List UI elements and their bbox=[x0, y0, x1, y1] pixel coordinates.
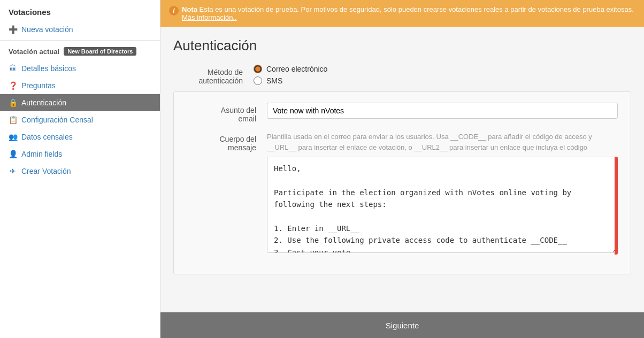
table-icon: 📋 bbox=[9, 116, 17, 124]
page-title: Autenticación bbox=[173, 37, 631, 54]
sidebar-item-datos[interactable]: 👥 Datos censales bbox=[0, 128, 160, 145]
sidebar: Votaciones ➕ Nueva votación Votación act… bbox=[0, 0, 160, 338]
alert-text: Nota Esta es una votación de prueba. Por… bbox=[182, 5, 635, 21]
siguiente-button[interactable]: Siguiente bbox=[160, 314, 644, 336]
alert-banner: i Nota Esta es una votación de prueba. P… bbox=[160, 0, 644, 27]
new-vote-label: Nueva votación bbox=[21, 25, 73, 34]
message-body-row: Cuerpo del mensaje Plantilla usada en el… bbox=[187, 132, 618, 255]
info-icon: i bbox=[169, 6, 179, 16]
email-option-label: Correo electrónico bbox=[266, 65, 327, 73]
sidebar-item-configuracion[interactable]: 📋 Configuración Censal bbox=[0, 111, 160, 128]
email-radio-option[interactable]: Correo electrónico bbox=[254, 65, 631, 73]
sms-option-label: SMS bbox=[266, 76, 282, 85]
message-body-control: Plantilla usada en el correo para enviar… bbox=[267, 132, 618, 255]
sidebar-item-preguntas[interactable]: ❓ Preguntas bbox=[0, 77, 160, 94]
alert-message: Esta es una votación de prueba. Por moti… bbox=[200, 5, 634, 13]
current-vote-badge: New Board of Directors bbox=[64, 47, 136, 56]
alert-bold: Nota bbox=[182, 5, 197, 13]
sidebar-item-detalles[interactable]: 🏛 Detalles básicos bbox=[0, 60, 160, 77]
rocket-icon: ✈ bbox=[9, 167, 17, 175]
auth-radio-group: Correo electrónico SMS bbox=[254, 65, 631, 85]
sms-radio-option[interactable]: SMS bbox=[254, 76, 631, 85]
user-icon: 👤 bbox=[9, 150, 17, 158]
current-vote-label: Votación actual bbox=[9, 48, 59, 56]
current-vote-row: Votación actual New Board of Directors bbox=[0, 43, 160, 60]
sms-radio[interactable] bbox=[254, 76, 262, 85]
email-radio[interactable] bbox=[254, 65, 262, 73]
lock-icon: 🔒 bbox=[9, 98, 17, 107]
email-subject-row: Asunto del email bbox=[187, 103, 618, 123]
message-body-label: Cuerpo del mensaje bbox=[187, 132, 267, 152]
sidebar-item-crear[interactable]: ✈ Crear Votación bbox=[0, 163, 160, 180]
page-body: Autenticación Método de autenticación Co… bbox=[160, 27, 644, 312]
question-icon: ❓ bbox=[9, 81, 17, 90]
auth-method-row: Método de autenticación Correo electróni… bbox=[173, 65, 631, 85]
email-body-textarea[interactable] bbox=[267, 157, 618, 253]
sidebar-item-new-vote[interactable]: ➕ Nueva votación bbox=[0, 21, 160, 38]
auth-method-control: Correo electrónico SMS bbox=[254, 65, 631, 85]
main-content-area: i Nota Esta es una votación de prueba. P… bbox=[160, 0, 644, 338]
divider bbox=[0, 40, 160, 41]
email-subject-input[interactable] bbox=[267, 103, 618, 119]
textarea-wrapper bbox=[267, 157, 618, 255]
email-subject-control bbox=[267, 103, 618, 119]
sidebar-item-admin[interactable]: 👤 Admin fields bbox=[0, 145, 160, 163]
helper-text: Plantilla usada en el correo para enviar… bbox=[267, 132, 618, 152]
footer-bar: Siguiente bbox=[160, 312, 644, 338]
scrollbar-indicator bbox=[615, 157, 618, 255]
users-icon: 👥 bbox=[9, 133, 17, 141]
sidebar-section-title: Votaciones bbox=[0, 0, 160, 21]
plus-icon: ➕ bbox=[9, 25, 17, 34]
email-subject-label: Asunto del email bbox=[187, 103, 267, 123]
sidebar-item-autenticacion[interactable]: 🔒 Autenticación bbox=[0, 94, 160, 111]
auth-method-label: Método de autenticación bbox=[173, 65, 254, 85]
building-icon: 🏛 bbox=[9, 64, 17, 73]
form-card: Asunto del email Cuerpo del mensaje Plan… bbox=[173, 91, 631, 274]
alert-link[interactable]: Más información.. bbox=[182, 13, 237, 21]
